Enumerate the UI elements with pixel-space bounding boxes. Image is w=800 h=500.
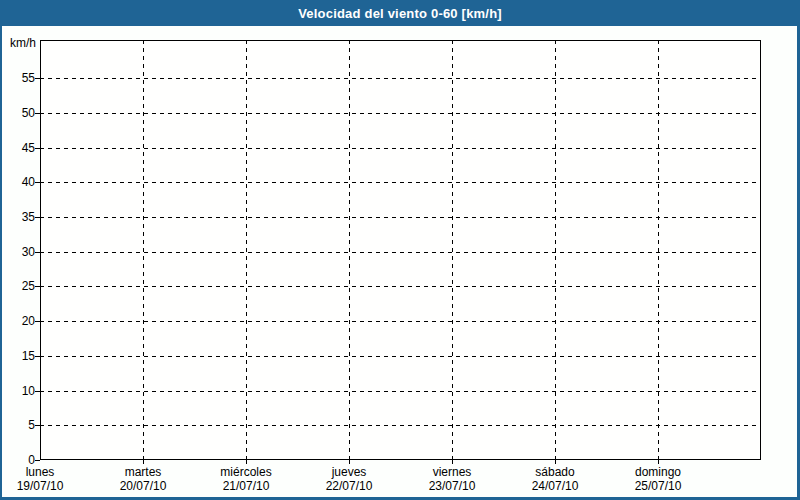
y-tick-mark	[35, 113, 40, 114]
v-gridline	[555, 40, 556, 460]
v-gridline	[246, 40, 247, 460]
x-day-name: domingo	[607, 465, 709, 479]
y-tick-mark	[35, 217, 40, 218]
x-day-name: lunes	[0, 465, 91, 479]
y-tick-label: 50	[0, 106, 35, 120]
x-tick-label: martes20/07/10	[92, 465, 194, 493]
v-gridline	[349, 40, 350, 460]
y-tick-label: 35	[0, 210, 35, 224]
h-gridline	[40, 321, 761, 322]
y-tick-mark	[35, 391, 40, 392]
x-day-date: 24/07/10	[504, 479, 606, 493]
y-tick-mark	[35, 252, 40, 253]
x-tick-mark	[452, 460, 453, 464]
y-tick-mark	[35, 286, 40, 287]
h-gridline	[40, 217, 761, 218]
x-day-date: 20/07/10	[92, 479, 194, 493]
x-tick-label: viernes23/07/10	[401, 465, 503, 493]
y-tick-label: 45	[0, 141, 35, 155]
x-day-name: jueves	[298, 465, 400, 479]
x-tick-label: jueves22/07/10	[298, 465, 400, 493]
x-tick-mark	[555, 460, 556, 464]
window-border-left	[0, 0, 2, 500]
y-tick-mark	[35, 321, 40, 322]
x-day-name: miércoles	[195, 465, 297, 479]
y-tick-label: 25	[0, 279, 35, 293]
y-tick-label: 20	[0, 314, 35, 328]
y-tick-label: 15	[0, 349, 35, 363]
x-tick-mark	[349, 460, 350, 464]
y-axis-unit-label: km/h	[10, 36, 36, 50]
x-tick-label: domingo25/07/10	[607, 465, 709, 493]
v-gridline	[658, 40, 659, 460]
y-tick-label: 40	[0, 175, 35, 189]
y-tick-label: 30	[0, 245, 35, 259]
x-tick-mark	[143, 460, 144, 464]
x-tick-mark	[658, 460, 659, 464]
h-gridline	[40, 78, 761, 79]
v-gridline	[143, 40, 144, 460]
y-tick-mark	[35, 460, 40, 461]
y-tick-mark	[35, 425, 40, 426]
y-tick-mark	[35, 148, 40, 149]
y-tick-mark	[35, 356, 40, 357]
y-tick-label: 10	[0, 384, 35, 398]
x-day-date: 21/07/10	[195, 479, 297, 493]
x-day-name: sábado	[504, 465, 606, 479]
y-tick-label: 5	[0, 418, 35, 432]
y-tick-mark	[35, 182, 40, 183]
h-gridline	[40, 252, 761, 253]
y-tick-mark	[35, 78, 40, 79]
plot-area	[40, 40, 761, 460]
x-tick-label: miércoles21/07/10	[195, 465, 297, 493]
chart-window: Velocidad del viento 0-60 [km/h] km/h 05…	[0, 0, 800, 500]
chart-title-bar: Velocidad del viento 0-60 [km/h]	[0, 0, 800, 26]
v-gridline	[452, 40, 453, 460]
x-day-name: martes	[92, 465, 194, 479]
x-day-date: 19/07/10	[0, 479, 91, 493]
x-tick-mark	[246, 460, 247, 464]
chart-title: Velocidad del viento 0-60 [km/h]	[298, 6, 502, 21]
h-gridline	[40, 113, 761, 114]
h-gridline	[40, 425, 761, 426]
x-tick-label: lunes19/07/10	[0, 465, 91, 493]
y-tick-label: 55	[0, 71, 35, 85]
h-gridline	[40, 286, 761, 287]
x-tick-label: sábado24/07/10	[504, 465, 606, 493]
x-day-date: 22/07/10	[298, 479, 400, 493]
h-gridline	[40, 356, 761, 357]
x-day-name: viernes	[401, 465, 503, 479]
x-day-date: 23/07/10	[401, 479, 503, 493]
h-gridline	[40, 391, 761, 392]
x-day-date: 25/07/10	[607, 479, 709, 493]
h-gridline	[40, 182, 761, 183]
h-gridline	[40, 148, 761, 149]
